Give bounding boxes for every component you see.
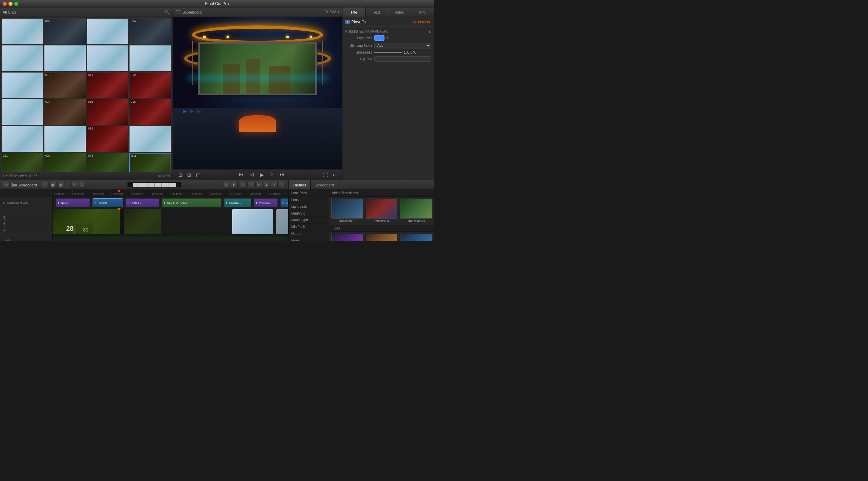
category-magmoto[interactable]: MagMoto xyxy=(289,210,329,217)
full-screen-icon[interactable]: ⛶ xyxy=(322,172,329,178)
best-of-2012-clip1[interactable]: ► BEST_OF_2012 xyxy=(162,198,221,207)
light-intro-chevron[interactable]: ▾ xyxy=(387,36,388,40)
title-effect-around-screens[interactable]: Around Screens xyxy=(331,233,364,241)
clip-item-018[interactable]: 018 xyxy=(44,126,86,152)
viewer-fit-icon[interactable]: ⊞ xyxy=(186,172,193,178)
step-back-button[interactable]: ◁ xyxy=(249,171,255,179)
title-icon: T xyxy=(345,20,350,24)
go-to-end-button[interactable]: ⏭ xyxy=(278,171,286,179)
select-tool[interactable]: ↖ xyxy=(71,182,78,188)
clip-item-021[interactable]: 021 xyxy=(1,153,43,172)
light-intro-color[interactable] xyxy=(374,35,384,41)
category-moon-light[interactable]: Moon Light xyxy=(289,217,329,224)
clip-number-008: 008 xyxy=(131,46,136,49)
main-clip-1[interactable]: 28 80 xyxy=(53,209,120,234)
timeline-sidebar: ► Compound Clip Scoreboard Audio xyxy=(0,190,53,241)
clip-number-017: 017 xyxy=(3,127,8,130)
category-minipush[interactable]: MiniPush xyxy=(289,224,329,231)
clip-item-001[interactable]: 001 xyxy=(1,18,43,44)
clip-item-024[interactable]: 024 xyxy=(129,153,171,172)
step-forward-button[interactable]: ▷ xyxy=(269,171,275,179)
trim-tool[interactable]: ⇐ xyxy=(79,182,86,188)
clip-number-012: 012 xyxy=(131,73,136,77)
gen-btn[interactable]: ◈ xyxy=(263,182,270,188)
effect-transition-03[interactable]: Transition 03 xyxy=(399,198,433,223)
sequence-name: Scoreboard xyxy=(18,183,37,187)
clip-item-023[interactable]: 023 xyxy=(87,153,129,172)
close-button[interactable] xyxy=(3,2,7,6)
clip-item-002[interactable]: 002 xyxy=(44,18,86,44)
world-clip[interactable]: ► WORLD... xyxy=(254,198,278,207)
next-clip[interactable]: ► NEXT xyxy=(56,198,90,207)
music-btn[interactable]: ♪ xyxy=(248,182,254,188)
ruler-mark-10: 01:05:00 xyxy=(249,190,269,196)
clip-item-020[interactable]: 020 xyxy=(129,126,171,152)
viewer-clip-icon[interactable]: ◫ xyxy=(195,172,202,178)
clip-item-011[interactable]: 011 xyxy=(87,72,129,98)
play-button[interactable]: ▶ xyxy=(258,171,265,179)
effect-transition-02[interactable]: Transition 02 xyxy=(365,198,398,223)
effect-btn[interactable]: ✦ xyxy=(271,182,278,188)
browser-icon-1[interactable]: ⊞ xyxy=(158,174,161,178)
tl-tool-2[interactable]: ▦ xyxy=(50,182,56,188)
fit-chevron[interactable]: ▾ xyxy=(338,10,339,14)
tab-video[interactable]: Video xyxy=(388,7,411,17)
main-clip-2[interactable] xyxy=(124,209,161,234)
tab-info[interactable]: Info xyxy=(411,7,434,17)
category-nature[interactable]: Nature xyxy=(289,231,329,237)
zoom-out-btn[interactable]: ⊖ xyxy=(223,182,230,188)
info-btn[interactable]: i xyxy=(279,182,285,188)
ruler-mark-6: 00:45:00 xyxy=(171,190,190,196)
collapse-icon[interactable]: ▲ xyxy=(428,29,431,33)
effect-transition-01[interactable]: Transition 01 xyxy=(331,198,364,223)
category-lens[interactable]: Lens xyxy=(289,197,329,203)
main-clip-4[interactable] xyxy=(276,209,288,234)
clip-item-012[interactable]: 012 xyxy=(129,72,171,98)
tl-tool-1[interactable]: ⬚ xyxy=(42,182,48,188)
clip-item-006[interactable]: 006 xyxy=(44,45,86,71)
big-text-field[interactable] xyxy=(374,56,431,62)
zoom-in-btn[interactable]: ⊕ xyxy=(231,182,238,188)
glossiness-slider[interactable] xyxy=(374,52,402,53)
clip-item-003[interactable]: 003 xyxy=(87,18,129,44)
category-news[interactable]: News xyxy=(289,237,329,241)
title-effect-light-panels[interactable]: Light Panels xyxy=(399,233,433,241)
title-effect-around-the-wall[interactable]: Around the Wall xyxy=(365,233,398,241)
clip-item-019[interactable]: 019 xyxy=(87,126,129,152)
title-btn[interactable]: T xyxy=(255,182,262,188)
clip-item-022[interactable]: 022 xyxy=(44,153,86,172)
clip-item-015[interactable]: 015 xyxy=(87,99,129,125)
football-clip[interactable]: ► Football... xyxy=(125,198,159,207)
clip-item-017[interactable]: 017 xyxy=(1,126,43,152)
tab-title[interactable]: Title xyxy=(342,7,366,17)
clip-item-014[interactable]: 014 xyxy=(44,99,86,125)
tl-tool-3[interactable]: ▥ xyxy=(57,182,64,188)
best-season-clip[interactable]: ► BEST_OF_SEASON xyxy=(280,198,288,207)
back-button[interactable]: ◁ xyxy=(3,182,9,188)
minimize-button[interactable] xyxy=(8,2,13,6)
home-btn[interactable]: ⌂ xyxy=(240,182,246,188)
clip-item-013[interactable]: 013 xyxy=(1,99,43,125)
main-clip-3[interactable] xyxy=(232,209,273,234)
viewer-zoom-icon[interactable]: ⊡ xyxy=(177,172,184,178)
clip-item-010[interactable]: 010 xyxy=(44,72,86,98)
clip-item-007[interactable]: 007 xyxy=(87,45,129,71)
category-light-leak[interactable]: Light Leak xyxy=(289,203,329,210)
go-to-start-button[interactable]: ⏮ xyxy=(238,171,245,179)
maximize-button[interactable] xyxy=(14,2,18,6)
clip-item-005[interactable]: 005 xyxy=(1,45,43,71)
clip-item-016[interactable]: 016 xyxy=(129,99,171,125)
playoffs-clip[interactable]: ► Playoffs xyxy=(93,198,123,207)
clip-item-009[interactable]: 009 xyxy=(1,72,43,98)
themes-tab[interactable]: Themes xyxy=(289,180,311,189)
browser-icon-2[interactable]: ⊟ xyxy=(162,174,165,178)
clip-item-008[interactable]: 008 xyxy=(129,45,171,71)
score-clip[interactable]: ► SCORE... xyxy=(224,198,251,207)
clip-item-004[interactable]: 004 xyxy=(129,18,171,44)
share-icon[interactable]: ↩ xyxy=(331,172,338,178)
scoreboard-tab[interactable]: Scoreboard xyxy=(311,180,338,189)
category-lens-pack[interactable]: Lens Pack xyxy=(289,190,329,197)
tab-text[interactable]: Text xyxy=(366,7,389,17)
search-icon[interactable] xyxy=(164,9,170,15)
blending-mode-select[interactable]: Add Normal Multiply xyxy=(374,43,431,48)
